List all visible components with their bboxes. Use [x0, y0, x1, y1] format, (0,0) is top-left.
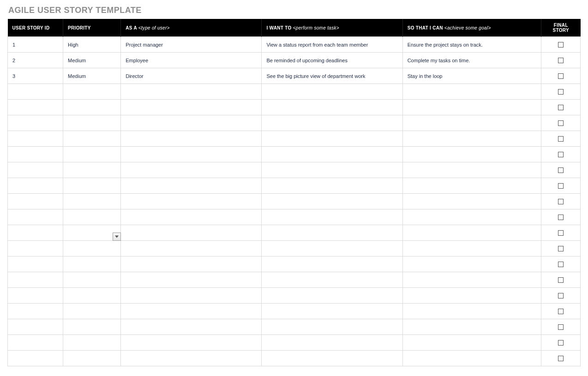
cell-so-that[interactable]	[402, 304, 541, 319]
cell-as-a[interactable]	[121, 319, 262, 335]
cell-so-that[interactable]	[402, 241, 541, 257]
final-story-checkbox[interactable]	[558, 356, 564, 361]
cell-so-that[interactable]	[402, 178, 541, 194]
cell-so-that[interactable]	[402, 147, 541, 162]
cell-so-that[interactable]	[402, 194, 541, 209]
cell-as-a[interactable]	[121, 257, 262, 272]
cell-want[interactable]	[262, 84, 402, 100]
cell-id[interactable]	[8, 225, 63, 241]
cell-so-that[interactable]: Ensure the project stays on track.	[402, 37, 541, 53]
cell-id[interactable]	[8, 351, 63, 366]
cell-priority[interactable]: High	[63, 37, 121, 53]
cell-priority[interactable]	[63, 194, 121, 209]
final-story-checkbox[interactable]	[558, 58, 564, 63]
cell-priority[interactable]	[63, 225, 121, 241]
final-story-checkbox[interactable]	[558, 42, 564, 48]
cell-as-a[interactable]	[121, 241, 262, 257]
cell-want[interactable]: See the big picture view of department w…	[262, 68, 402, 84]
cell-id[interactable]	[8, 147, 63, 162]
cell-want[interactable]	[262, 304, 402, 319]
final-story-checkbox[interactable]	[558, 167, 564, 173]
cell-priority[interactable]: Medium	[63, 68, 121, 84]
cell-priority[interactable]	[63, 351, 121, 366]
final-story-checkbox[interactable]	[558, 309, 564, 314]
cell-priority[interactable]	[63, 241, 121, 257]
final-story-checkbox[interactable]	[558, 277, 564, 283]
cell-priority[interactable]	[63, 100, 121, 115]
cell-want[interactable]	[262, 272, 402, 288]
cell-id[interactable]	[8, 84, 63, 100]
cell-so-that[interactable]	[402, 319, 541, 335]
cell-as-a[interactable]	[121, 335, 262, 351]
cell-as-a[interactable]	[121, 131, 262, 147]
final-story-checkbox[interactable]	[558, 73, 564, 79]
cell-want[interactable]	[262, 288, 402, 304]
cell-want[interactable]	[262, 162, 402, 178]
cell-priority[interactable]	[63, 335, 121, 351]
cell-want[interactable]	[262, 335, 402, 351]
cell-id[interactable]	[8, 194, 63, 209]
cell-priority[interactable]	[63, 257, 121, 272]
final-story-checkbox[interactable]	[558, 230, 564, 236]
cell-as-a[interactable]: Employee	[121, 53, 262, 68]
final-story-checkbox[interactable]	[558, 262, 564, 267]
cell-so-that[interactable]	[402, 288, 541, 304]
cell-so-that[interactable]	[402, 84, 541, 100]
cell-id[interactable]	[8, 241, 63, 257]
cell-want[interactable]	[262, 131, 402, 147]
cell-as-a[interactable]	[121, 304, 262, 319]
cell-id[interactable]	[8, 288, 63, 304]
final-story-checkbox[interactable]	[558, 340, 564, 346]
final-story-checkbox[interactable]	[558, 152, 564, 157]
cell-want[interactable]: Be reminded of upcoming deadlines	[262, 53, 402, 68]
cell-priority[interactable]	[63, 272, 121, 288]
final-story-checkbox[interactable]	[558, 246, 564, 251]
cell-id[interactable]	[8, 162, 63, 178]
cell-want[interactable]: View a status report from each team memb…	[262, 37, 402, 53]
cell-so-that[interactable]	[402, 100, 541, 115]
cell-priority[interactable]	[63, 288, 121, 304]
cell-id[interactable]	[8, 131, 63, 147]
cell-want[interactable]	[262, 194, 402, 209]
cell-priority[interactable]	[63, 209, 121, 225]
cell-id[interactable]	[8, 335, 63, 351]
final-story-checkbox[interactable]	[558, 136, 564, 142]
cell-as-a[interactable]	[121, 162, 262, 178]
cell-id[interactable]	[8, 272, 63, 288]
cell-priority[interactable]: Medium	[63, 53, 121, 68]
cell-id[interactable]: 2	[8, 53, 63, 68]
cell-want[interactable]	[262, 147, 402, 162]
cell-want[interactable]	[262, 115, 402, 131]
cell-id[interactable]: 3	[8, 68, 63, 84]
cell-so-that[interactable]	[402, 272, 541, 288]
cell-want[interactable]	[262, 225, 402, 241]
cell-as-a[interactable]: Director	[121, 68, 262, 84]
final-story-checkbox[interactable]	[558, 199, 564, 204]
cell-as-a[interactable]	[121, 84, 262, 100]
cell-so-that[interactable]	[402, 257, 541, 272]
cell-priority[interactable]	[63, 162, 121, 178]
cell-as-a[interactable]	[121, 351, 262, 366]
cell-so-that[interactable]	[402, 115, 541, 131]
cell-so-that[interactable]	[402, 225, 541, 241]
cell-want[interactable]	[262, 100, 402, 115]
cell-want[interactable]	[262, 351, 402, 366]
cell-as-a[interactable]	[121, 178, 262, 194]
cell-id[interactable]: 1	[8, 37, 63, 53]
cell-as-a[interactable]	[121, 115, 262, 131]
cell-so-that[interactable]: Stay in the loop	[402, 68, 541, 84]
cell-id[interactable]	[8, 304, 63, 319]
cell-so-that[interactable]: Complete my tasks on time.	[402, 53, 541, 68]
cell-id[interactable]	[8, 209, 63, 225]
cell-as-a[interactable]	[121, 194, 262, 209]
cell-want[interactable]	[262, 319, 402, 335]
final-story-checkbox[interactable]	[558, 293, 564, 298]
cell-as-a[interactable]	[121, 209, 262, 225]
cell-as-a[interactable]	[121, 288, 262, 304]
cell-priority[interactable]	[63, 84, 121, 100]
dropdown-handle-icon[interactable]	[113, 233, 121, 241]
cell-as-a[interactable]	[121, 147, 262, 162]
cell-as-a[interactable]	[121, 100, 262, 115]
cell-id[interactable]	[8, 115, 63, 131]
cell-priority[interactable]	[63, 319, 121, 335]
